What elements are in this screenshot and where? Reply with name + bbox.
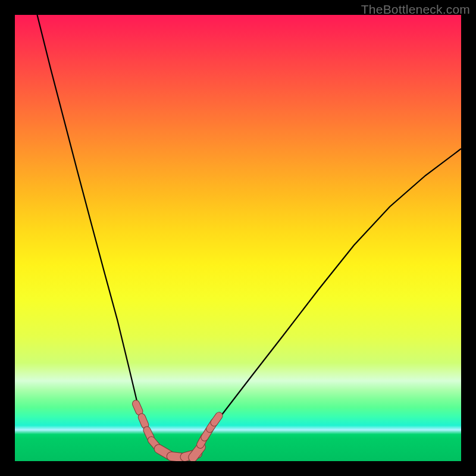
markers-group [136, 404, 219, 458]
watermark-text: TheBottleneck.com [361, 2, 470, 17]
pt-1 [136, 404, 139, 412]
plot-svg [15, 15, 461, 461]
pt-12 [214, 416, 219, 422]
bottleneck-curve [37, 15, 462, 457]
plot-frame [15, 15, 461, 461]
pt-2 [142, 417, 145, 425]
chart-container: TheBottleneck.com [0, 0, 476, 476]
